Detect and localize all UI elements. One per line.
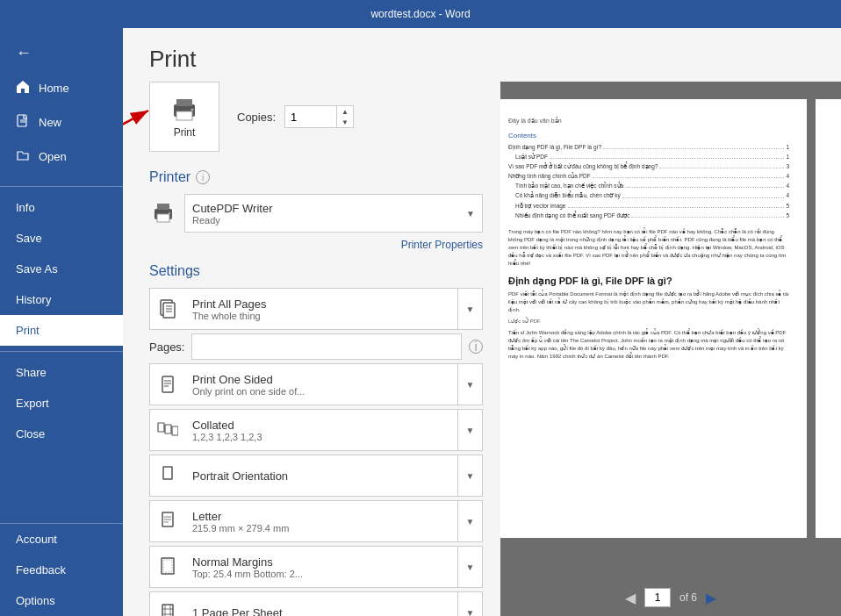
printer-name: CutePDF Writer <box>192 202 273 215</box>
print-button-label: Print <box>174 126 196 139</box>
sidebar-item-account[interactable]: Account <box>0 524 123 555</box>
toc-item-2: Vì sao PDF mở ở bất cứ đâu cũng không bị… <box>508 162 789 170</box>
sidebar-item-back[interactable]: ← <box>0 35 123 71</box>
sidebar-item-close[interactable]: Close <box>0 419 123 449</box>
sidebar-label-history: History <box>16 293 51 306</box>
sidebar-item-saveas[interactable]: Save As <box>0 254 123 284</box>
sidebar-label-feedback: Feedback <box>16 563 66 577</box>
doc-luoc-su-label: Lược sử PDF <box>508 318 789 325</box>
setting-sub-margins: Top: 25.4 mm Bottom: 2... <box>192 569 450 579</box>
preview-page-main: Đây là đầu văn bản Contents Định dạng PD… <box>500 99 807 538</box>
printall-dropdown-arrow[interactable]: ▼ <box>457 289 482 329</box>
setting-sub-collated: 1,2,3 1,2,3 1,2,3 <box>192 432 450 442</box>
pages-info-icon[interactable]: i <box>469 340 483 354</box>
setting-text-collated: Collated 1,2,3 1,2,3 1,2,3 <box>185 415 457 446</box>
sidebar-bottom: Account Feedback Options <box>0 523 123 616</box>
next-page-arrow[interactable]: ▶ <box>706 590 716 606</box>
svg-point-6 <box>191 108 194 111</box>
sidebar-item-feedback[interactable]: Feedback <box>0 555 123 585</box>
sidebar-label-saveas: Save As <box>16 262 58 276</box>
setting-sub-onesided: Only print on one side of... <box>192 386 450 397</box>
copies-up[interactable]: ▲ <box>337 106 353 117</box>
back-icon: ← <box>16 44 32 62</box>
sidebar-item-history[interactable]: History <box>0 284 123 315</box>
onesided-dropdown-arrow[interactable]: ▼ <box>457 364 482 405</box>
print-button[interactable]: Print <box>149 82 219 152</box>
sidebar-item-save[interactable]: Save <box>0 223 123 254</box>
sidebar-divider-2 <box>0 351 123 352</box>
settings-section-label: Settings <box>149 263 200 279</box>
setting-text-letter: Letter 215.9 mm × 279.4 mm <box>185 506 457 537</box>
printer-properties-link[interactable]: Printer Properties <box>401 239 483 251</box>
setting-pps[interactable]: 1 Page Per Sheet ▼ <box>149 591 483 616</box>
svg-rect-18 <box>162 376 173 392</box>
portrait-dropdown-arrow[interactable]: ▼ <box>457 455 482 496</box>
margins-dropdown-arrow[interactable]: ▼ <box>457 547 482 587</box>
print-title: Print <box>123 28 841 82</box>
setting-main-margins: Normal Margins <box>192 555 450 569</box>
copies-spinner: ▲ ▼ <box>337 105 354 128</box>
preview-nav: ◀ of 6 ▶ <box>625 588 716 607</box>
printer-dropdown[interactable]: CutePDF Writer Ready ▼ <box>184 194 483 233</box>
onesided-icon <box>150 375 185 394</box>
printer-select-row: CutePDF Writer Ready ▼ <box>149 194 483 233</box>
prev-page-arrow[interactable]: ◀ <box>625 590 636 606</box>
margins-icon <box>150 557 185 577</box>
setting-sub-letter: 215.9 mm × 279.4 mm <box>192 523 450 534</box>
setting-one-sided[interactable]: Print One Sided Only print on one side o… <box>149 363 483 405</box>
svg-rect-23 <box>165 425 171 433</box>
toc-item-5: Có khả năng diễn biểu mẫu, chèn chữ ký4 <box>508 191 789 199</box>
pages-label: Pages: <box>149 340 184 354</box>
setting-main-portrait: Portrait Orientation <box>192 469 450 483</box>
printer-properties-area: Printer Properties <box>149 238 483 251</box>
printer-icon <box>169 96 200 126</box>
svg-rect-4 <box>176 99 192 106</box>
setting-text-margins: Normal Margins Top: 25.4 mm Bottom: 2... <box>185 552 457 583</box>
current-page-input[interactable] <box>644 588 671 607</box>
setting-sub-printall: The whole thing <box>192 311 450 321</box>
sidebar-label-home: Home <box>39 82 69 95</box>
sidebar-label-new: New <box>39 116 61 129</box>
svg-rect-22 <box>158 423 164 432</box>
print-button-area: Print <box>149 82 483 152</box>
setting-print-all-pages[interactable]: Print All Pages The whole thing ▼ <box>149 288 483 330</box>
doc-body-paragraph-1: PDF viết tắt của Portable Document Forma… <box>508 290 789 314</box>
letter-dropdown-arrow[interactable]: ▼ <box>457 501 482 541</box>
preview-pages: Đây là đầu văn bản Contents Định dạng PD… <box>500 99 841 581</box>
pages-row: Pages: i <box>149 333 483 360</box>
setting-portrait[interactable]: Portrait Orientation ▼ <box>149 455 483 497</box>
collated-dropdown-arrow[interactable]: ▼ <box>457 410 482 450</box>
setting-main-pps: 1 Page Per Sheet <box>192 606 450 617</box>
sidebar-label-share: Share <box>16 366 47 379</box>
printer-section-label: Printer <box>149 169 190 185</box>
portrait-icon <box>150 466 185 485</box>
setting-collated[interactable]: Collated 1,2,3 1,2,3 1,2,3 ▼ <box>149 409 483 451</box>
sidebar-label-close: Close <box>16 427 45 441</box>
svg-line-8 <box>123 111 148 131</box>
setting-margins[interactable]: Normal Margins Top: 25.4 mm Bottom: 2...… <box>149 546 483 588</box>
setting-text-onesided: Print One Sided Only print on one side o… <box>185 369 457 400</box>
sidebar-item-share[interactable]: Share <box>0 357 123 388</box>
preview-area: Đây là đầu văn bản Contents Định dạng PD… <box>500 82 841 616</box>
sidebar-item-new[interactable]: New <box>0 105 123 140</box>
sidebar-item-open[interactable]: Open <box>0 140 123 174</box>
settings-section: Print All Pages The whole thing ▼ Pages:… <box>149 288 483 616</box>
sidebar-item-export[interactable]: Export <box>0 388 123 419</box>
sidebar-item-info[interactable]: Info <box>0 192 123 223</box>
printer-info-icon[interactable]: i <box>196 170 210 184</box>
sidebar-item-options[interactable]: Options <box>0 585 123 616</box>
copies-down[interactable]: ▼ <box>337 117 353 127</box>
preview-page-partial <box>816 99 841 538</box>
arrow-pointer <box>123 100 155 135</box>
letter-icon <box>150 512 185 531</box>
copies-input[interactable] <box>284 105 337 128</box>
pps-dropdown-arrow[interactable]: ▼ <box>457 592 482 616</box>
sidebar-item-home[interactable]: Home <box>0 71 123 105</box>
setting-letter[interactable]: Letter 215.9 mm × 279.4 mm ▼ <box>149 500 483 542</box>
setting-text-pps: 1 Page Per Sheet <box>185 603 457 617</box>
collated-icon <box>150 420 185 440</box>
sidebar-divider-1 <box>0 186 123 187</box>
sidebar-item-print[interactable]: Print <box>0 315 123 346</box>
pages-input[interactable] <box>191 333 462 360</box>
toc-item-1: Luật sử PDF1 <box>508 153 789 161</box>
